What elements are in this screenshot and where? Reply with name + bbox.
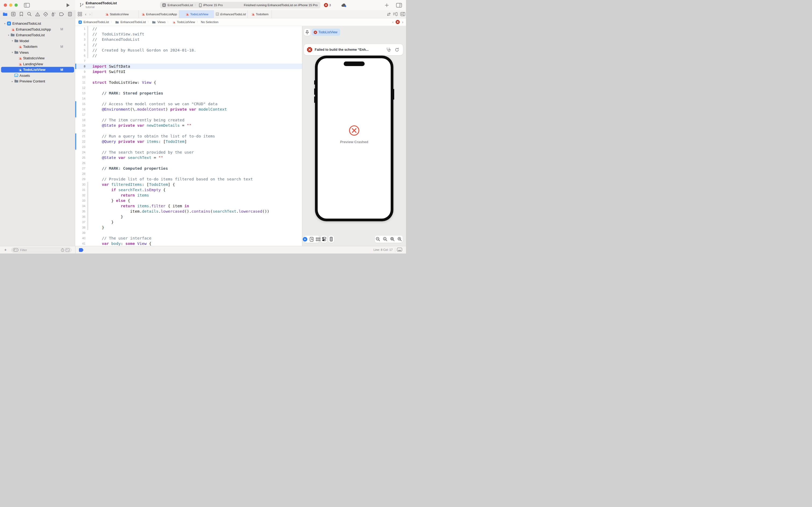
chevron-down-icon[interactable]: ▾: [11, 40, 14, 42]
code-line-28[interactable]: 28: [75, 171, 302, 176]
source-control-icon[interactable]: [10, 11, 16, 17]
chevron-down-icon[interactable]: ▾: [3, 22, 6, 25]
code-line-19[interactable]: 19 @State private var newItemDetails = "…: [75, 123, 302, 128]
run-destination[interactable]: iPhone 15 Pro: [203, 3, 223, 7]
filter-field[interactable]: Filter: [11, 247, 71, 252]
run-button[interactable]: [65, 2, 71, 8]
tree-item-enhancedtodolist[interactable]: ▾EnhancedTodoList: [0, 32, 75, 38]
device-settings-button[interactable]: [321, 235, 327, 243]
next-issue-button[interactable]: ›: [402, 20, 403, 24]
tree-item-preview-content[interactable]: ▸Preview Content: [0, 78, 75, 84]
code-line-13[interactable]: 13 // MARK: Stored properties: [75, 91, 302, 96]
build-error-banner[interactable]: Failed to build the scheme “Enh...: [304, 44, 403, 55]
related-items-icon[interactable]: [77, 10, 83, 18]
pin-button[interactable]: [304, 29, 310, 36]
add-file-button[interactable]: +: [4, 247, 7, 252]
live-preview-button[interactable]: [309, 237, 313, 242]
tree-item-assets[interactable]: Assets: [0, 73, 75, 79]
tree-item-views[interactable]: ▾Views: [0, 50, 75, 56]
issues-indicator[interactable]: 3: [324, 3, 331, 7]
add-button[interactable]: [384, 2, 389, 8]
cloud-icon[interactable]: [341, 2, 347, 8]
tree-item-todolistview[interactable]: TodoListViewM: [0, 67, 75, 73]
code-line-40[interactable]: 40 // The user interface: [75, 235, 302, 241]
tab-close-icon[interactable]: ✕: [216, 12, 219, 16]
tab-enhancedtodolist[interactable]: ✕EnhancedTodoList: [214, 10, 247, 18]
tree-item-statisticsview[interactable]: StatisticsView: [0, 55, 75, 61]
code-line-3[interactable]: 3// EnhancedTodoList: [75, 37, 302, 42]
code-line-21[interactable]: 21 // Run a query to obtain the list of …: [75, 133, 302, 139]
window-minimize-button[interactable]: [9, 3, 12, 7]
find-icon[interactable]: [26, 11, 32, 17]
code-line-35[interactable]: 35 item.details.lowercased().contains(se…: [75, 209, 302, 214]
code-line-16[interactable]: 16 @Environment(\.modelContext) private …: [75, 107, 302, 112]
previous-issue-button[interactable]: ‹: [392, 20, 394, 24]
chevron-down-icon[interactable]: ▾: [7, 34, 10, 37]
code-line-32[interactable]: 32 return items: [75, 192, 302, 198]
swap-editor-icon[interactable]: [386, 10, 392, 18]
zoom-100-button[interactable]: 1: [383, 237, 388, 241]
breadcrumb-item-views[interactable]: Views: [152, 20, 165, 24]
code-line-5[interactable]: 5// Created by Russell Gordon on 2024-01…: [75, 48, 302, 53]
code-line-36[interactable]: 36 }: [75, 214, 302, 219]
code-line-14[interactable]: 14: [75, 96, 302, 101]
code-line-39[interactable]: 39: [75, 230, 302, 235]
debug-icon[interactable]: [51, 11, 57, 17]
reports-icon[interactable]: [67, 11, 73, 17]
tree-item-enhancedtodolist[interactable]: ▾EnhancedTodoList: [0, 21, 75, 26]
breadcrumb-item-enhancedtodolist[interactable]: EnhancedTodoList: [115, 20, 146, 24]
window-zoom-button[interactable]: [14, 3, 18, 7]
code-line-12[interactable]: 12: [75, 85, 302, 91]
retry-icon[interactable]: [395, 48, 399, 52]
play-button[interactable]: [303, 237, 307, 242]
tab-statisticsview[interactable]: StatisticsView: [95, 10, 139, 18]
forward-button[interactable]: ›: [88, 10, 92, 18]
tree-item-landingview[interactable]: LandingView: [0, 61, 75, 67]
code-line-22[interactable]: 22 @Query private var items: [TodoItem]: [75, 139, 302, 144]
code-line-1[interactable]: 1//: [75, 26, 302, 32]
tree-item-todoitem[interactable]: TodoItemM: [0, 44, 75, 50]
issues-icon[interactable]: [35, 11, 41, 17]
window-close-button[interactable]: [4, 3, 7, 7]
code-line-10[interactable]: 10: [75, 74, 302, 80]
zoom-in-button[interactable]: [397, 237, 402, 241]
chevron-right-icon[interactable]: ▸: [11, 80, 14, 83]
zoom-out-button[interactable]: [375, 237, 380, 241]
code-line-23[interactable]: 23: [75, 144, 302, 150]
chevron-down-icon[interactable]: ▾: [11, 51, 14, 54]
code-line-27[interactable]: 27 // MARK: Computed properties: [75, 166, 302, 171]
code-line-11[interactable]: 11struct TodoListView: View {: [75, 80, 302, 85]
code-line-15[interactable]: 15 // Access the model context so we can…: [75, 101, 302, 107]
code-line-9[interactable]: 9import SwiftUI: [75, 69, 302, 74]
code-line-26[interactable]: 26: [75, 160, 302, 166]
diagnostics-icon[interactable]: [386, 47, 391, 52]
add-editor-icon[interactable]: [400, 10, 405, 18]
breadcrumb-item-no-selection[interactable]: No Selection: [201, 20, 218, 23]
preview-target-chip[interactable]: TodoListView: [312, 29, 340, 36]
filter-scope-icon[interactable]: [65, 248, 69, 252]
variants-button[interactable]: [316, 237, 321, 241]
code-line-24[interactable]: 24 // The search text provided by the us…: [75, 150, 302, 155]
device-button[interactable]: [329, 235, 334, 243]
activity-view[interactable]: EnhancedTodoList 〉 iPhone 15 Pro Finishe…: [160, 2, 321, 8]
bookmarks-icon[interactable]: [18, 11, 24, 17]
editor-bottom-bar-icon[interactable]: [397, 247, 402, 251]
code-line-2[interactable]: 2// TodoListView.swift: [75, 32, 302, 37]
code-line-29[interactable]: 29 // Provide list of to-do items filter…: [75, 176, 302, 182]
inspector-toggle-icon[interactable]: [396, 2, 402, 8]
code-line-7[interactable]: 7: [75, 58, 302, 64]
code-line-8[interactable]: 8import SwiftData: [75, 64, 302, 69]
code-line-31[interactable]: 31 if searchText.isEmpty {: [75, 187, 302, 192]
zoom-fit-button[interactable]: [390, 237, 395, 241]
recents-icon[interactable]: [61, 248, 64, 252]
tree-item-model[interactable]: ▾Model: [0, 38, 75, 44]
code-line-33[interactable]: 33 } else {: [75, 198, 302, 203]
code-line-37[interactable]: 37 }: [75, 219, 302, 225]
tab-enhancedtodolistapp[interactable]: EnhancedTodoListApp: [139, 10, 179, 18]
tab-todolistview[interactable]: TodoListView: [179, 10, 214, 18]
back-button[interactable]: ‹: [84, 10, 88, 18]
code-line-17[interactable]: 17: [75, 112, 302, 117]
code-line-34[interactable]: 34 return items.filter { item in: [75, 203, 302, 209]
scheme-name[interactable]: EnhancedTodoList: [168, 3, 193, 7]
breadcrumb-item-enhancedtodolist[interactable]: EnhancedTodoList: [78, 20, 109, 24]
